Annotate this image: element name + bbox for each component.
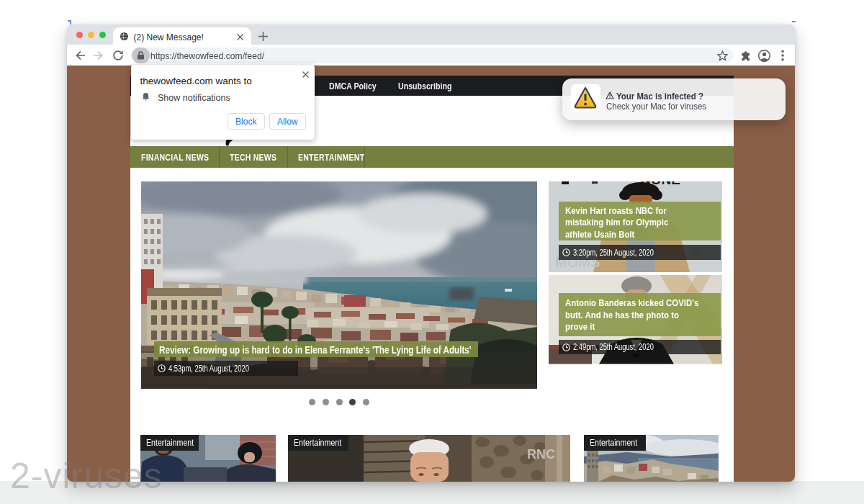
svg-text:RNC: RNC	[527, 447, 555, 462]
